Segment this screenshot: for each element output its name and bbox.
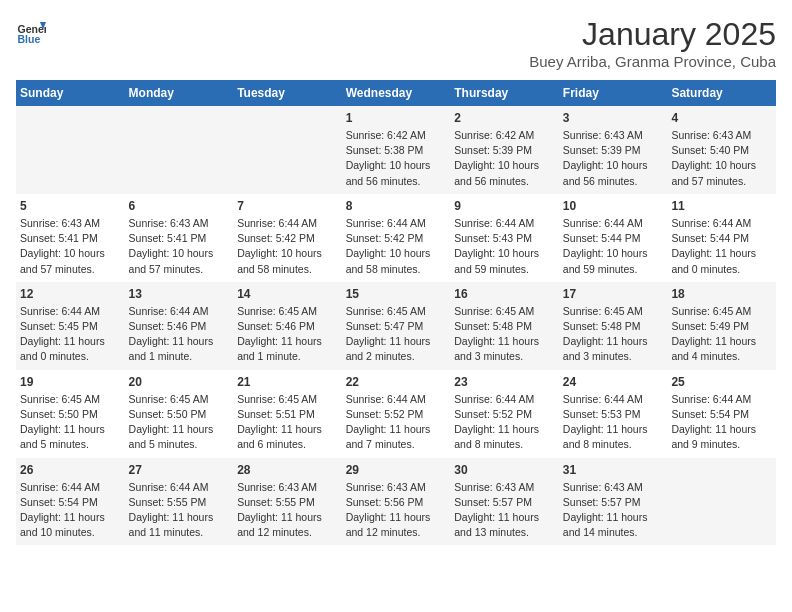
day-number: 24 xyxy=(563,375,664,389)
calendar-cell: 4Sunrise: 6:43 AM Sunset: 5:40 PM Daylig… xyxy=(667,106,776,194)
calendar-cell: 21Sunrise: 6:45 AM Sunset: 5:51 PM Dayli… xyxy=(233,370,342,458)
weekday-header-thursday: Thursday xyxy=(450,80,559,106)
day-info: Sunrise: 6:45 AM Sunset: 5:48 PM Dayligh… xyxy=(454,304,555,365)
weekday-header-row: SundayMondayTuesdayWednesdayThursdayFrid… xyxy=(16,80,776,106)
day-info: Sunrise: 6:44 AM Sunset: 5:55 PM Dayligh… xyxy=(129,480,230,541)
day-number: 17 xyxy=(563,287,664,301)
calendar-cell: 15Sunrise: 6:45 AM Sunset: 5:47 PM Dayli… xyxy=(342,282,451,370)
day-info: Sunrise: 6:43 AM Sunset: 5:39 PM Dayligh… xyxy=(563,128,664,189)
svg-text:Blue: Blue xyxy=(18,33,41,45)
title-block: January 2025 Buey Arriba, Granma Provinc… xyxy=(529,16,776,70)
calendar-week-row: 26Sunrise: 6:44 AM Sunset: 5:54 PM Dayli… xyxy=(16,458,776,546)
weekday-header-saturday: Saturday xyxy=(667,80,776,106)
day-info: Sunrise: 6:44 AM Sunset: 5:54 PM Dayligh… xyxy=(671,392,772,453)
logo: General Blue xyxy=(16,16,46,46)
calendar-title: January 2025 xyxy=(529,16,776,53)
calendar-week-row: 1Sunrise: 6:42 AM Sunset: 5:38 PM Daylig… xyxy=(16,106,776,194)
day-number: 15 xyxy=(346,287,447,301)
calendar-cell: 18Sunrise: 6:45 AM Sunset: 5:49 PM Dayli… xyxy=(667,282,776,370)
calendar-cell: 9Sunrise: 6:44 AM Sunset: 5:43 PM Daylig… xyxy=(450,194,559,282)
day-number: 25 xyxy=(671,375,772,389)
day-info: Sunrise: 6:45 AM Sunset: 5:46 PM Dayligh… xyxy=(237,304,338,365)
day-info: Sunrise: 6:44 AM Sunset: 5:42 PM Dayligh… xyxy=(237,216,338,277)
day-number: 9 xyxy=(454,199,555,213)
calendar-cell: 14Sunrise: 6:45 AM Sunset: 5:46 PM Dayli… xyxy=(233,282,342,370)
logo-icon: General Blue xyxy=(16,16,46,46)
day-number: 4 xyxy=(671,111,772,125)
weekday-header-monday: Monday xyxy=(125,80,234,106)
calendar-cell: 11Sunrise: 6:44 AM Sunset: 5:44 PM Dayli… xyxy=(667,194,776,282)
day-number: 27 xyxy=(129,463,230,477)
calendar-subtitle: Buey Arriba, Granma Province, Cuba xyxy=(529,53,776,70)
calendar-cell: 24Sunrise: 6:44 AM Sunset: 5:53 PM Dayli… xyxy=(559,370,668,458)
day-number: 6 xyxy=(129,199,230,213)
calendar-cell: 23Sunrise: 6:44 AM Sunset: 5:52 PM Dayli… xyxy=(450,370,559,458)
weekday-header-wednesday: Wednesday xyxy=(342,80,451,106)
calendar-cell: 12Sunrise: 6:44 AM Sunset: 5:45 PM Dayli… xyxy=(16,282,125,370)
calendar-week-row: 5Sunrise: 6:43 AM Sunset: 5:41 PM Daylig… xyxy=(16,194,776,282)
day-number: 28 xyxy=(237,463,338,477)
calendar-cell: 20Sunrise: 6:45 AM Sunset: 5:50 PM Dayli… xyxy=(125,370,234,458)
calendar-cell: 1Sunrise: 6:42 AM Sunset: 5:38 PM Daylig… xyxy=(342,106,451,194)
day-info: Sunrise: 6:45 AM Sunset: 5:49 PM Dayligh… xyxy=(671,304,772,365)
calendar-cell: 5Sunrise: 6:43 AM Sunset: 5:41 PM Daylig… xyxy=(16,194,125,282)
day-info: Sunrise: 6:45 AM Sunset: 5:50 PM Dayligh… xyxy=(129,392,230,453)
day-number: 10 xyxy=(563,199,664,213)
calendar-table: SundayMondayTuesdayWednesdayThursdayFrid… xyxy=(16,80,776,545)
day-info: Sunrise: 6:44 AM Sunset: 5:54 PM Dayligh… xyxy=(20,480,121,541)
calendar-cell: 22Sunrise: 6:44 AM Sunset: 5:52 PM Dayli… xyxy=(342,370,451,458)
day-info: Sunrise: 6:44 AM Sunset: 5:45 PM Dayligh… xyxy=(20,304,121,365)
day-info: Sunrise: 6:45 AM Sunset: 5:50 PM Dayligh… xyxy=(20,392,121,453)
day-info: Sunrise: 6:44 AM Sunset: 5:52 PM Dayligh… xyxy=(346,392,447,453)
day-info: Sunrise: 6:43 AM Sunset: 5:41 PM Dayligh… xyxy=(129,216,230,277)
day-info: Sunrise: 6:44 AM Sunset: 5:43 PM Dayligh… xyxy=(454,216,555,277)
day-info: Sunrise: 6:45 AM Sunset: 5:48 PM Dayligh… xyxy=(563,304,664,365)
day-info: Sunrise: 6:44 AM Sunset: 5:42 PM Dayligh… xyxy=(346,216,447,277)
day-info: Sunrise: 6:45 AM Sunset: 5:51 PM Dayligh… xyxy=(237,392,338,453)
calendar-cell: 29Sunrise: 6:43 AM Sunset: 5:56 PM Dayli… xyxy=(342,458,451,546)
day-number: 31 xyxy=(563,463,664,477)
calendar-week-row: 12Sunrise: 6:44 AM Sunset: 5:45 PM Dayli… xyxy=(16,282,776,370)
calendar-cell xyxy=(667,458,776,546)
day-number: 2 xyxy=(454,111,555,125)
calendar-cell: 13Sunrise: 6:44 AM Sunset: 5:46 PM Dayli… xyxy=(125,282,234,370)
calendar-cell: 16Sunrise: 6:45 AM Sunset: 5:48 PM Dayli… xyxy=(450,282,559,370)
day-number: 5 xyxy=(20,199,121,213)
day-number: 3 xyxy=(563,111,664,125)
calendar-cell: 10Sunrise: 6:44 AM Sunset: 5:44 PM Dayli… xyxy=(559,194,668,282)
day-info: Sunrise: 6:44 AM Sunset: 5:44 PM Dayligh… xyxy=(563,216,664,277)
day-number: 18 xyxy=(671,287,772,301)
day-number: 23 xyxy=(454,375,555,389)
day-number: 11 xyxy=(671,199,772,213)
calendar-cell: 17Sunrise: 6:45 AM Sunset: 5:48 PM Dayli… xyxy=(559,282,668,370)
calendar-cell xyxy=(16,106,125,194)
day-number: 16 xyxy=(454,287,555,301)
day-info: Sunrise: 6:42 AM Sunset: 5:38 PM Dayligh… xyxy=(346,128,447,189)
day-info: Sunrise: 6:43 AM Sunset: 5:55 PM Dayligh… xyxy=(237,480,338,541)
day-info: Sunrise: 6:43 AM Sunset: 5:57 PM Dayligh… xyxy=(563,480,664,541)
day-number: 19 xyxy=(20,375,121,389)
day-number: 14 xyxy=(237,287,338,301)
day-info: Sunrise: 6:43 AM Sunset: 5:57 PM Dayligh… xyxy=(454,480,555,541)
weekday-header-friday: Friday xyxy=(559,80,668,106)
calendar-cell: 25Sunrise: 6:44 AM Sunset: 5:54 PM Dayli… xyxy=(667,370,776,458)
calendar-cell: 27Sunrise: 6:44 AM Sunset: 5:55 PM Dayli… xyxy=(125,458,234,546)
calendar-cell: 26Sunrise: 6:44 AM Sunset: 5:54 PM Dayli… xyxy=(16,458,125,546)
calendar-cell: 28Sunrise: 6:43 AM Sunset: 5:55 PM Dayli… xyxy=(233,458,342,546)
day-number: 29 xyxy=(346,463,447,477)
day-info: Sunrise: 6:43 AM Sunset: 5:41 PM Dayligh… xyxy=(20,216,121,277)
day-number: 22 xyxy=(346,375,447,389)
calendar-cell: 6Sunrise: 6:43 AM Sunset: 5:41 PM Daylig… xyxy=(125,194,234,282)
day-number: 21 xyxy=(237,375,338,389)
weekday-header-sunday: Sunday xyxy=(16,80,125,106)
calendar-cell: 3Sunrise: 6:43 AM Sunset: 5:39 PM Daylig… xyxy=(559,106,668,194)
calendar-cell xyxy=(125,106,234,194)
day-number: 20 xyxy=(129,375,230,389)
day-info: Sunrise: 6:45 AM Sunset: 5:47 PM Dayligh… xyxy=(346,304,447,365)
calendar-cell: 19Sunrise: 6:45 AM Sunset: 5:50 PM Dayli… xyxy=(16,370,125,458)
weekday-header-tuesday: Tuesday xyxy=(233,80,342,106)
day-number: 13 xyxy=(129,287,230,301)
day-info: Sunrise: 6:43 AM Sunset: 5:40 PM Dayligh… xyxy=(671,128,772,189)
calendar-cell: 7Sunrise: 6:44 AM Sunset: 5:42 PM Daylig… xyxy=(233,194,342,282)
day-info: Sunrise: 6:44 AM Sunset: 5:46 PM Dayligh… xyxy=(129,304,230,365)
